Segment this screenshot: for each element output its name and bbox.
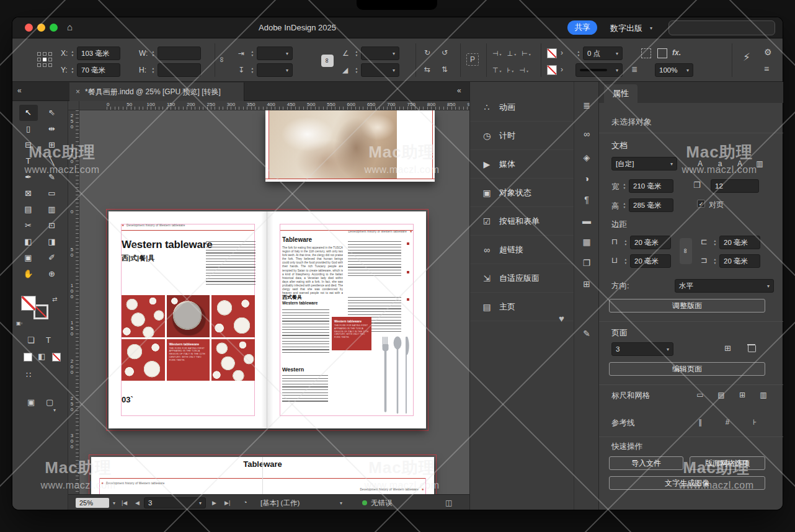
columns-icon[interactable]: ▥ bbox=[752, 157, 768, 171]
next-spread[interactable]: Tableware ★ Development history of Weste… bbox=[91, 457, 434, 494]
share-button[interactable]: 共享 bbox=[567, 20, 597, 35]
anchor-icon[interactable]: ⊣▾ bbox=[519, 66, 528, 74]
margin-inside-stepper-icon[interactable] bbox=[712, 236, 718, 249]
panel-master-pages[interactable]: ▤主页 bbox=[470, 293, 574, 321]
right-page-title[interactable]: Tableware bbox=[282, 236, 312, 243]
close-tab-icon[interactable]: × bbox=[76, 87, 80, 96]
publish-caret-icon[interactable]: ▾ bbox=[650, 25, 652, 31]
screen-mode-preview-icon[interactable]: ▢ bbox=[46, 397, 53, 407]
quick-actions-lightning-icon[interactable]: ⚡ bbox=[743, 53, 750, 62]
anchor-icon[interactable]: ⊣▾ bbox=[492, 50, 502, 58]
horizontal-ruler[interactable]: 0501001502002503003504004505005506006507… bbox=[79, 101, 469, 110]
screen-mode-normal-icon[interactable]: ▣ bbox=[27, 397, 35, 407]
first-page-icon[interactable]: |◀ bbox=[122, 500, 127, 506]
margin-bottom-stepper-icon[interactable] bbox=[623, 254, 629, 268]
text-block-placeholder[interactable] bbox=[282, 309, 329, 353]
previous-page-icon[interactable]: ◀ bbox=[135, 500, 140, 506]
w-stepper-icon[interactable] bbox=[150, 47, 156, 60]
text-block-placeholder[interactable] bbox=[282, 375, 328, 402]
default-fill-stroke-icon[interactable]: ▣▫ bbox=[16, 321, 22, 326]
smart-guides-icon[interactable]: # bbox=[719, 415, 735, 429]
w-field[interactable] bbox=[158, 47, 201, 60]
scale-y-stepper-icon[interactable] bbox=[249, 63, 255, 77]
stroke-weight-stepper-icon[interactable] bbox=[575, 47, 582, 60]
gradient-feather-tool[interactable]: ◨ bbox=[43, 234, 61, 250]
apply-none-button[interactable] bbox=[52, 353, 61, 361]
baseline-grid-icon[interactable]: ▤ bbox=[713, 388, 729, 402]
content-placer-tool[interactable]: ⊞ bbox=[43, 137, 61, 153]
scale-x-field[interactable] bbox=[257, 47, 293, 60]
gap-tool[interactable]: ⇹ bbox=[43, 121, 61, 137]
preflight-profile[interactable]: [基本] (工作) bbox=[260, 499, 300, 508]
left-page-subtitle[interactable]: 西|式|餐|具 bbox=[122, 254, 154, 263]
eyedropper-tool[interactable]: ✐ bbox=[43, 250, 61, 266]
stroke-style-dropdown[interactable] bbox=[575, 63, 623, 77]
tab-properties[interactable]: 属性 bbox=[604, 84, 637, 103]
constrain-scale-button[interactable]: ∞ bbox=[321, 55, 334, 67]
y-stepper-icon[interactable] bbox=[69, 63, 76, 77]
current-page-dropdown[interactable]: 3 bbox=[611, 342, 673, 356]
pages-count-field[interactable]: 12 bbox=[711, 179, 759, 193]
stroke-type-icon[interactable]: ≣ bbox=[631, 65, 637, 74]
rectangle-frame-tool[interactable]: ⊠ bbox=[19, 185, 38, 202]
paragraph-panel-icon[interactable]: ¶ bbox=[574, 195, 599, 205]
publish-dropdown[interactable]: 数字出版 bbox=[610, 23, 642, 34]
preflight-caret-icon[interactable]: ▾ bbox=[340, 500, 342, 506]
rotate-cw-icon[interactable]: ↻ bbox=[424, 48, 430, 57]
document-grid-icon[interactable]: ⊞ bbox=[734, 388, 750, 402]
free-transform-tool[interactable]: ⊡ bbox=[43, 218, 61, 234]
previous-spread[interactable] bbox=[265, 110, 435, 182]
panel-object-states[interactable]: ▣对象状态 bbox=[470, 179, 574, 207]
rotation-angle-field[interactable] bbox=[361, 47, 399, 60]
pen-tool[interactable]: ✒ bbox=[19, 169, 38, 185]
document-preset-dropdown[interactable]: [自定] bbox=[611, 157, 677, 171]
flip-horizontal-icon[interactable]: ⇆ bbox=[424, 65, 430, 74]
body-text-en[interactable]: The fork for eating first appeared in th… bbox=[282, 246, 343, 295]
anchor-icon[interactable]: ⊥▾ bbox=[507, 50, 517, 58]
plates-image-tile[interactable] bbox=[122, 295, 165, 337]
margin-outside-stepper-icon[interactable] bbox=[712, 254, 718, 268]
sliders-panel-icon[interactable]: ≣ bbox=[574, 100, 599, 110]
lock-guides-icon[interactable]: ⊦ bbox=[747, 415, 763, 429]
angle-stepper-icon[interactable] bbox=[353, 47, 360, 60]
fill-swatch[interactable] bbox=[21, 296, 36, 311]
red-callout-box[interactable]: Western tableware THE FORK FOR EATING FI… bbox=[332, 317, 371, 350]
formatting-affects-container-icon[interactable]: ❏ bbox=[27, 335, 35, 345]
margin-top-stepper-icon[interactable] bbox=[623, 236, 629, 249]
ruler-icon[interactable]: ▭ bbox=[692, 388, 708, 402]
zoom-window-button[interactable] bbox=[50, 24, 58, 32]
swatches-panel-icon[interactable]: ▦ bbox=[574, 237, 599, 247]
links-panel-icon[interactable]: ∞ bbox=[574, 129, 599, 139]
adjust-font-icon[interactable]: A bbox=[692, 157, 708, 171]
page-tool[interactable]: ▯ bbox=[19, 121, 38, 137]
x-field[interactable]: 103 毫米 bbox=[77, 47, 120, 60]
text-tile[interactable]: Western tableware THE FORK FOR EATING FI… bbox=[167, 339, 210, 381]
panel-timing[interactable]: ◷计时 bbox=[470, 122, 574, 150]
flip-vertical-icon[interactable]: ⇅ bbox=[442, 65, 448, 74]
x-stepper-icon[interactable] bbox=[69, 47, 76, 60]
adjust-text-icon[interactable]: A bbox=[732, 157, 748, 171]
export-panel-icon[interactable]: ❐ bbox=[574, 258, 599, 268]
split-view-icon[interactable]: ◫ bbox=[445, 499, 452, 507]
orientation-dropdown[interactable]: 水平 bbox=[675, 279, 774, 293]
fill-color-swatch[interactable] bbox=[547, 48, 557, 58]
content-collector-tool[interactable]: ⊟ bbox=[19, 137, 38, 153]
scissors-tool[interactable]: ✂ bbox=[19, 218, 38, 234]
document-tab[interactable]: × *餐具画册.indd @ 25% [GPU 预览] [转换] bbox=[69, 82, 244, 101]
plates-image-tile[interactable] bbox=[211, 339, 255, 381]
corner-options-icon[interactable] bbox=[641, 48, 651, 58]
search-input[interactable] bbox=[668, 20, 775, 35]
home-icon[interactable]: ⌂ bbox=[67, 22, 73, 32]
stroke-panel-icon[interactable]: ▬ bbox=[574, 216, 599, 226]
panel-buttons-forms[interactable]: ☑按钮和表单 bbox=[470, 207, 574, 236]
shear-stepper-icon[interactable] bbox=[353, 63, 360, 77]
plate-photo-tile[interactable] bbox=[167, 295, 210, 337]
link-margins-button[interactable]: ∞ bbox=[680, 238, 692, 264]
subhead-en[interactable]: Western tableware bbox=[282, 301, 318, 305]
text-block-placeholder[interactable] bbox=[206, 241, 255, 285]
current-spread[interactable]: ★ Development history of Western tablewa… bbox=[109, 211, 426, 428]
tableware-photo-frame[interactable] bbox=[269, 110, 397, 179]
plates-image-tile[interactable] bbox=[122, 339, 165, 381]
minimize-window-button[interactable] bbox=[37, 24, 45, 32]
swap-fill-stroke-icon[interactable]: ⇄ bbox=[52, 296, 57, 303]
